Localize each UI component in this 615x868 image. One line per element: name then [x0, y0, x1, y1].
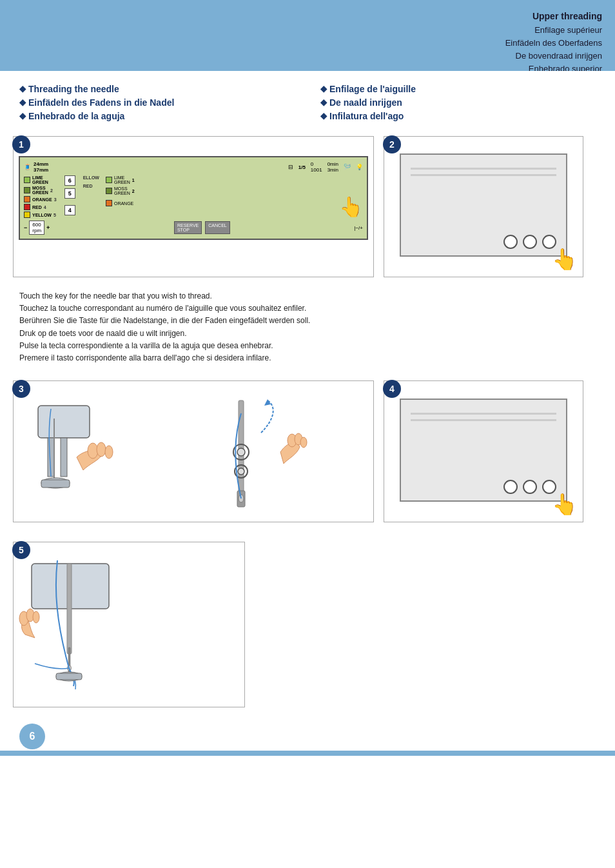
svg-rect-26: [56, 673, 82, 680]
svg-point-29: [33, 611, 39, 623]
tablet-line-2: [411, 174, 556, 176]
step-5-box: 5: [13, 542, 245, 707]
svg-point-20: [300, 437, 307, 448]
tablet-buttons-step2: [503, 235, 556, 249]
thread-col-left: LIMEGREEN MOSSGREEN 2 ORANGE 3: [24, 175, 57, 218]
machine-left-icons: 🧵 24mm37mm: [24, 161, 48, 173]
step-4-box: 4 👆: [384, 380, 583, 522]
reserve-stop-btn[interactable]: RESERVESTOP: [174, 221, 202, 234]
diamond-icon-3: ◆: [19, 110, 26, 123]
tablet-circle-1[interactable]: [503, 235, 518, 249]
mid-yellow: ELLOW: [83, 175, 99, 180]
center-num-6: 6: [64, 175, 75, 186]
title-line-4: De bovendraad inrijgen: [505, 50, 602, 63]
swatch-orange: [24, 196, 30, 202]
desc-line-4: Druk op de toets voor de naald die u wil…: [19, 328, 596, 340]
title-line-3: Einfädeln des Oberfadens: [505, 37, 602, 50]
tablet-line-1: [411, 168, 556, 170]
description-block: Touch the key for the needle bar that yo…: [0, 284, 615, 371]
tablet-line-4: [411, 419, 556, 421]
plus-btn[interactable]: +: [46, 224, 50, 231]
step5-illustration: [19, 557, 239, 702]
svg-rect-2: [61, 438, 67, 477]
swatch-red: [24, 204, 30, 210]
thread-yellow: YELLOW 5: [24, 212, 57, 218]
step-3-number: 3: [12, 380, 30, 398]
hand-icon-step1: 👆: [339, 195, 363, 218]
svg-rect-0: [38, 406, 90, 438]
heading-threading-needle: ◆ Threading the needle: [19, 83, 295, 96]
thread-orange: ORANGE 3: [24, 196, 57, 202]
step3-right-illustration: [128, 393, 368, 511]
diamond-icon-4: ◆: [320, 83, 327, 95]
center-num-5: 5: [64, 188, 75, 199]
heading-naald: ◆ De naald inrijgen: [320, 96, 596, 110]
heading-infilatura: ◆ Infilatura dell'ago: [320, 110, 596, 123]
step-1-box: 1 🧵 24mm37mm ⊟ 1/5 01001 0min3min 🪡: [13, 136, 374, 277]
center-num-4: 4: [64, 205, 75, 215]
cancel-btn[interactable]: CANCEL: [205, 221, 229, 234]
speed-value: 600rpm: [29, 221, 44, 235]
middle-thread-names: ELLOW RED: [83, 175, 99, 218]
time-val: 0min3min: [327, 161, 338, 173]
r-lime-green: LIMEGREEN 1: [106, 175, 135, 184]
r-moss-green: MOSSGREEN 2: [106, 186, 135, 195]
tablet-line-3: [411, 413, 556, 415]
title-line-1: Upper threading: [505, 10, 602, 24]
page-number-badge: 6: [19, 724, 45, 749]
step-5-number: 5: [12, 541, 30, 559]
thread-lime-green: LIMEGREEN: [24, 175, 57, 184]
tablet-display-step2: [400, 153, 567, 257]
right-swatches: LIMEGREEN 1 MOSSGREEN 2 ORANGE: [106, 175, 135, 218]
steps-row-3: 5: [0, 532, 615, 717]
diamond-icon-2: ◆: [19, 96, 26, 109]
steps-row-1: 1 🧵 24mm37mm ⊟ 1/5 01001 0min3min 🪡: [0, 130, 615, 284]
step3-inner: [19, 393, 368, 511]
hand-icon-step2: 👆: [552, 247, 578, 271]
title-line-2: Enfilage supérieur: [505, 24, 602, 37]
desc-line-6: Premere il tasto corrispondente alla bar…: [19, 352, 596, 364]
machine-screen: 🧵 24mm37mm ⊟ 1/5 01001 0min3min 🪡 💡: [19, 156, 368, 240]
svg-rect-22: [67, 564, 72, 654]
bobbin-icon: 🧵: [24, 164, 31, 170]
center-numbers: 6 5 4: [64, 175, 75, 218]
count-val: 01001: [311, 161, 322, 173]
tablet-circle-4[interactable]: [503, 480, 518, 494]
stitch-controls: |−/+: [354, 225, 363, 231]
minus-btn[interactable]: −: [24, 224, 27, 231]
desc-line-3: Berühren Sie die Taste für die Nadelstan…: [19, 315, 596, 327]
r-orange: ORANGE: [106, 200, 133, 206]
step3-left-illustration: [19, 393, 122, 511]
machine-bottom-controls: − 600rpm + RESERVESTOP CANCEL |−/+: [24, 221, 363, 235]
step-1-number: 1: [12, 135, 30, 153]
step5-svg: [19, 557, 225, 699]
thread-red: RED 4: [24, 204, 57, 210]
hand-icon-step4: 👆: [552, 492, 578, 517]
diamond-icon-5: ◆: [320, 96, 327, 109]
heading-enfilage: ◆ Enfilage de l'aiguille: [320, 83, 596, 96]
tablet-circle-5[interactable]: [523, 480, 537, 494]
step-3-box: 3: [13, 380, 374, 522]
svg-point-14: [237, 448, 245, 456]
svg-point-7: [88, 443, 98, 459]
needle-illustration-svg: [19, 393, 122, 509]
mm-label: 24mm37mm: [34, 161, 48, 173]
machine-icon3: 💡: [356, 164, 363, 170]
tablet-display-step4: [400, 399, 567, 502]
desc-line-1: Touch the key for the needle bar that yo…: [19, 290, 596, 302]
svg-point-8: [97, 442, 106, 457]
machine-action-btns: RESERVESTOP CANCEL: [174, 221, 230, 234]
step-2-number: 2: [383, 135, 401, 153]
mid-red: RED: [83, 184, 99, 188]
svg-point-9: [105, 446, 113, 459]
section-titles: ◆ Threading the needle ◆ Einfädeln des F…: [0, 71, 615, 130]
thread-moss-green: MOSSGREEN 2: [24, 186, 57, 195]
tablet-circle-2[interactable]: [523, 235, 537, 249]
section-left-col: ◆ Threading the needle ◆ Einfädeln des F…: [19, 83, 295, 123]
machine-counters: ⊟ 1/5 01001 0min3min 🪡 💡: [288, 161, 363, 173]
counter-icon: ⊟: [288, 164, 293, 170]
swatch-lime-green: [24, 177, 30, 183]
bottom-blue-bar: [0, 751, 615, 756]
swatch-r-orange: [106, 200, 112, 206]
speed-control: − 600rpm +: [24, 221, 50, 235]
